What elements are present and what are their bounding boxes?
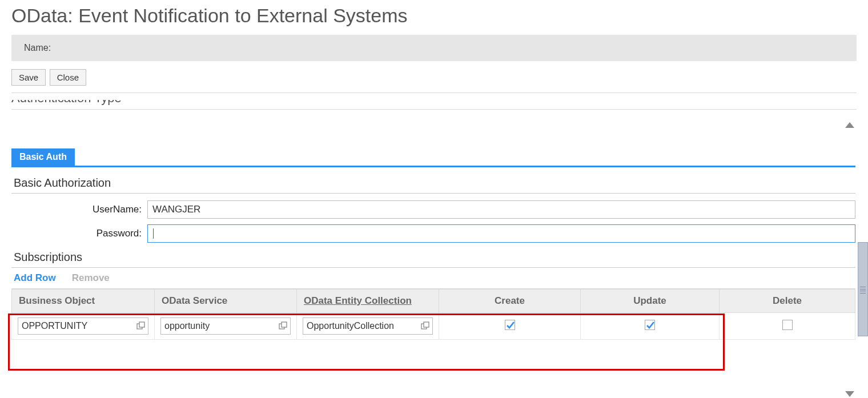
svg-rect-1 (139, 322, 144, 327)
col-header-delete[interactable]: Delete (720, 290, 855, 313)
username-input[interactable] (147, 200, 855, 219)
name-bar-label: Name: (24, 43, 51, 53)
main-content: Basic Auth Basic Authorization UserName:… (11, 148, 855, 340)
remove-button: Remove (72, 272, 110, 284)
password-label: Password: (11, 228, 147, 239)
divider (11, 93, 857, 93)
tab-basic-auth[interactable]: Basic Auth (11, 148, 75, 166)
subscriptions-actions: Add Row Remove (11, 268, 855, 289)
page-title: OData: Event Notification to External Sy… (11, 0, 857, 35)
scrollbar-thumb[interactable] (858, 242, 868, 336)
odata-service-input[interactable] (164, 321, 279, 331)
update-checkbox[interactable] (645, 320, 655, 330)
username-label: UserName: (11, 204, 147, 215)
value-help-icon[interactable] (421, 321, 430, 331)
scroll-down-icon[interactable] (845, 391, 854, 397)
value-help-icon[interactable] (279, 321, 288, 331)
password-input[interactable] (147, 224, 855, 243)
text-caret (153, 228, 154, 239)
basic-authorization-title: Basic Authorization (11, 174, 855, 194)
divider (11, 109, 857, 110)
save-button[interactable]: Save (11, 69, 46, 86)
value-help-icon[interactable] (136, 321, 146, 331)
scroll-up-icon[interactable] (845, 122, 854, 128)
col-header-odata-service[interactable]: OData Service (155, 290, 297, 313)
name-bar: Name: (11, 35, 857, 61)
toolbar: Save Close (11, 66, 857, 93)
subscriptions-table: Business Object OData Service OData Enti… (11, 289, 855, 340)
business-object-input[interactable] (22, 321, 136, 331)
col-header-business-object[interactable]: Business Object (12, 290, 155, 313)
col-header-odata-entity-collection[interactable]: OData Entity Collection (297, 290, 439, 313)
col-header-update[interactable]: Update (581, 290, 720, 313)
svg-rect-5 (424, 322, 429, 327)
close-button[interactable]: Close (50, 69, 86, 86)
odata-entity-collection-input[interactable] (307, 321, 421, 331)
tab-strip: Basic Auth (11, 148, 855, 167)
create-checkbox[interactable] (505, 320, 515, 330)
subscriptions-title: Subscriptions (11, 248, 855, 268)
svg-rect-3 (282, 322, 287, 327)
basic-auth-form: UserName: Password: (11, 200, 855, 243)
scrollbar-grip-icon (860, 287, 866, 294)
col-header-create[interactable]: Create (439, 290, 581, 313)
clipped-heading-text: Authentication Type (11, 100, 122, 106)
table-row[interactable] (12, 313, 855, 340)
delete-checkbox[interactable] (782, 320, 793, 330)
clipped-heading: Authentication Type (11, 100, 857, 109)
add-row-button[interactable]: Add Row (14, 272, 56, 284)
